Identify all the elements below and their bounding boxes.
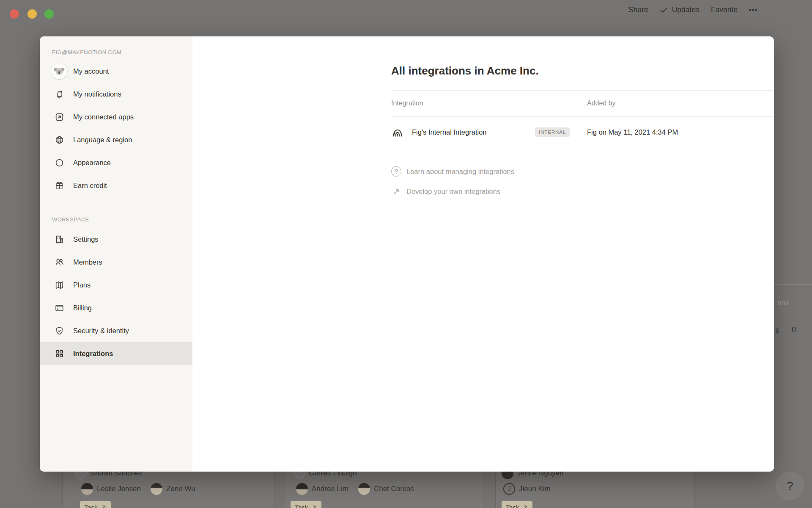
- link-label: Learn about managing integrations: [406, 168, 514, 176]
- app-topbar: Share Updates Favorite •••: [628, 6, 757, 14]
- added-by-value: Fig on May 11, 2021 4:34 PM: [587, 128, 678, 136]
- settings-sidebar: FIG@MAKENOTION.COM My account My notific…: [40, 36, 193, 472]
- connected-apps-icon: [51, 112, 67, 122]
- pick-icon: [100, 505, 107, 508]
- column-header-added-by: Added by: [587, 99, 616, 107]
- sidebar-item-settings[interactable]: Settings: [40, 228, 192, 251]
- sidebar-item-label: My notifications: [73, 90, 121, 98]
- internal-badge: INTERNAL: [535, 127, 570, 137]
- sidebar-item-my-connected-apps[interactable]: My connected apps: [40, 105, 192, 128]
- sidebar-item-appearance[interactable]: Appearance: [40, 151, 192, 174]
- task-tag: Task: [80, 501, 111, 508]
- avatar-initial: J: [503, 483, 515, 495]
- clipped-count: 0: [792, 326, 796, 334]
- bell-icon: [51, 89, 67, 99]
- sidebar-item-billing[interactable]: Billing: [40, 296, 192, 319]
- integration-name: Fig's Internal Integration: [412, 128, 487, 136]
- person-name: Andrea Lim: [312, 485, 348, 493]
- more-menu-button[interactable]: •••: [749, 6, 757, 14]
- sidebar-item-my-notifications[interactable]: My notifications: [40, 83, 192, 105]
- zoom-window-button[interactable]: [44, 9, 54, 19]
- fig-logo-icon: [391, 126, 404, 138]
- shield-check-icon: [51, 326, 67, 336]
- avatar-letter: J: [508, 485, 511, 493]
- grid-icon: [51, 348, 67, 359]
- page-title: All integrations in Acme Inc.: [391, 64, 539, 77]
- clipped-text: s: [775, 326, 779, 335]
- board-person-row: Andrea Lim Chet Corcos: [296, 483, 414, 495]
- link-label: Develop your own integrations: [406, 188, 500, 196]
- members-icon: [51, 257, 67, 268]
- column-header-integration: Integration: [391, 99, 423, 107]
- pick-icon: [311, 505, 317, 508]
- avatar: [296, 483, 308, 495]
- gift-icon: [51, 180, 67, 191]
- updates-label: Updates: [672, 6, 700, 14]
- board-person-row: J Jieun Kim: [503, 483, 551, 495]
- screen: Share Updates Favorite ••• Shawn Sanchez…: [0, 0, 812, 508]
- sidebar-item-language-region[interactable]: Language & region: [40, 128, 192, 151]
- ellipsis-icon: •••: [749, 6, 757, 14]
- sidebar-item-label: Plans: [73, 281, 91, 289]
- table-header: Integration Added by: [391, 90, 774, 116]
- tag-label: Task: [84, 504, 98, 508]
- clipped-text: nns: [777, 299, 789, 307]
- favorite-label: Favorite: [711, 6, 738, 14]
- help-button[interactable]: ?: [776, 472, 804, 500]
- board-person-row: Leslie Jensen Zeno Wu: [81, 483, 195, 495]
- sidebar-item-label: Security & identity: [73, 327, 129, 335]
- avatar-koala-icon: [51, 63, 67, 79]
- develop-integrations-link[interactable]: ↗ Develop your own integrations: [391, 184, 500, 199]
- question-circle-icon: ?: [391, 166, 401, 177]
- sidebar-item-label: Members: [73, 258, 102, 266]
- sidebar-item-plans[interactable]: Plans: [40, 273, 192, 296]
- workspace-heading: WORKSPACE: [52, 216, 188, 223]
- tag-label: Task: [295, 504, 308, 508]
- pick-icon: [522, 505, 528, 508]
- tag-label: Task: [506, 504, 519, 508]
- building-icon: [51, 234, 67, 245]
- question-glyph: ?: [395, 168, 398, 175]
- favorite-button[interactable]: Favorite: [711, 6, 738, 14]
- minimize-window-button[interactable]: [27, 9, 37, 19]
- learn-integrations-link[interactable]: ? Learn about managing integrations: [391, 164, 514, 179]
- credit-card-icon: [51, 303, 67, 313]
- table-row[interactable]: Fig's Internal Integration INTERNAL Fig …: [391, 116, 774, 148]
- check-icon: [660, 6, 668, 14]
- sidebar-item-label: Billing: [73, 304, 92, 312]
- sidebar-item-label: Earn credit: [73, 182, 107, 190]
- person-name: Jieun Kim: [519, 485, 551, 493]
- sidebar-item-security-identity[interactable]: Security & identity: [40, 319, 192, 342]
- account-email: FIG@MAKENOTION.COM: [52, 49, 188, 55]
- settings-modal: FIG@MAKENOTION.COM My account My notific…: [40, 36, 774, 472]
- share-label: Share: [628, 6, 648, 14]
- close-window-button[interactable]: [10, 9, 19, 19]
- background-divider: [774, 284, 812, 285]
- sidebar-item-earn-credit[interactable]: Earn credit: [40, 174, 192, 197]
- sidebar-item-label: My connected apps: [73, 113, 134, 121]
- person-name: Leslie Jensen: [97, 485, 141, 493]
- sidebar-item-label: Integrations: [73, 350, 113, 358]
- avatar: [81, 483, 93, 495]
- arrow-up-right-icon: ↗: [391, 186, 401, 196]
- person-name: Zeno Wu: [166, 485, 195, 493]
- sidebar-item-label: Language & region: [73, 136, 132, 144]
- avatar: [358, 483, 370, 495]
- sidebar-item-integrations[interactable]: Integrations: [40, 342, 192, 365]
- task-tag: Task: [291, 501, 321, 508]
- sidebar-item-label: My account: [73, 67, 109, 75]
- task-tag: Task: [502, 501, 532, 508]
- globe-icon: [51, 135, 67, 145]
- person-name: Chet Corcos: [374, 485, 414, 493]
- moon-icon: [51, 157, 67, 168]
- share-button[interactable]: Share: [628, 6, 648, 14]
- sidebar-item-members[interactable]: Members: [40, 251, 192, 273]
- sidebar-item-my-account[interactable]: My account: [40, 60, 192, 83]
- integrations-panel: All integrations in Acme Inc. Integratio…: [192, 36, 774, 472]
- avatar: [151, 483, 162, 495]
- sidebar-item-label: Appearance: [73, 159, 111, 167]
- updates-button[interactable]: Updates: [660, 6, 700, 14]
- divider: [391, 148, 774, 148]
- sidebar-item-label: Settings: [73, 235, 99, 243]
- map-icon: [51, 280, 67, 290]
